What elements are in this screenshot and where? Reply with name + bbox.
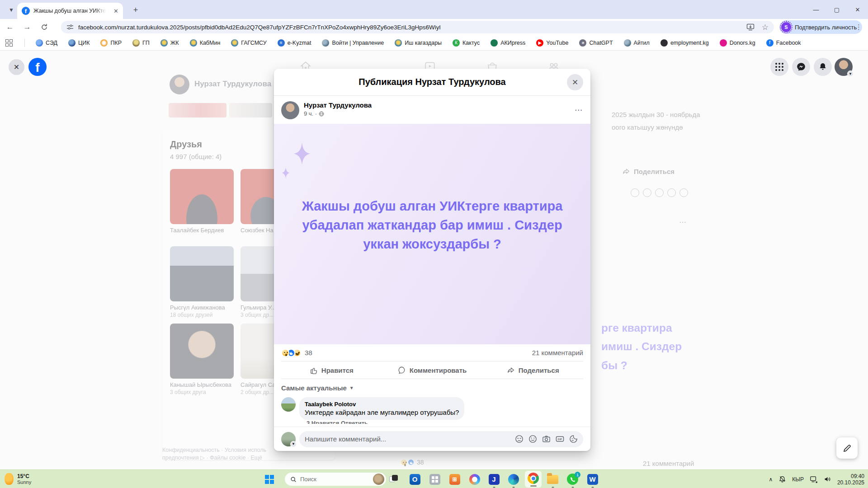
file-explorer-app-icon[interactable] <box>547 473 559 485</box>
footer-line[interactable]: Конфиденциальность · Условия исполь <box>162 446 266 454</box>
friend-name[interactable]: Таалайбек Бердиев <box>170 227 234 234</box>
browser-tab[interactable]: f Жакшы добуш алган УИКтерге ✕ <box>17 3 123 19</box>
language-indicator[interactable]: КЫР <box>792 476 804 483</box>
weather-widget[interactable]: 15°C Sunny <box>5 473 31 485</box>
tab-close-icon[interactable]: ✕ <box>113 8 118 14</box>
bookmark-item[interactable]: ∗ ChatGPT <box>579 39 613 47</box>
close-overlay-button[interactable]: ✕ <box>9 59 24 75</box>
bg-post-menu-icon[interactable]: ⋯ <box>679 218 687 226</box>
post-time[interactable]: 9 ч. · <box>304 110 317 117</box>
maximize-button[interactable]: ▢ <box>826 0 847 19</box>
tray-clock[interactable]: 09:40 20.10.2025 <box>837 473 864 486</box>
like-button[interactable]: Нравится <box>281 361 382 379</box>
taskbar-search[interactable] <box>285 473 386 486</box>
back-button[interactable]: ← <box>3 20 17 34</box>
whatsapp-app-icon[interactable]: 1 <box>566 473 579 485</box>
friend-card[interactable]: Рысгүл Акимжанова 18 общих друзей <box>170 246 234 318</box>
do-not-disturb-bell-icon[interactable] <box>778 475 786 483</box>
page-footer-links[interactable]: Конфиденциальность · Условия исполь пред… <box>162 446 266 462</box>
close-window-button[interactable]: ✕ <box>847 0 868 19</box>
friend-name[interactable]: Канышай Ырысбекова <box>170 381 234 388</box>
search-highlight-sloth-image[interactable] <box>373 474 384 485</box>
bookmark-item[interactable]: f Facebook <box>766 39 801 47</box>
verify-identity-button[interactable]: S Подтвердить личность <box>779 20 862 34</box>
commenter-avatar[interactable] <box>281 397 296 412</box>
tab-list-chevron-icon[interactable]: ▼ <box>5 4 17 16</box>
task-view-button[interactable] <box>389 475 398 483</box>
apps-grid-icon[interactable] <box>5 39 13 47</box>
speaker-icon[interactable] <box>824 475 831 483</box>
friend-photo[interactable] <box>170 246 234 301</box>
comments-sort-dropdown[interactable]: Самые актуальные ▼ <box>274 379 590 393</box>
reaction-count[interactable]: 38 <box>305 349 312 357</box>
gif-icon[interactable]: GIF <box>556 435 564 443</box>
store-app-icon[interactable]: ⊞ <box>448 473 461 485</box>
bookmark-item[interactable]: ≡ e-Kyzmat <box>278 39 311 47</box>
bookmark-item[interactable]: СЭД <box>36 39 57 47</box>
bookmark-item[interactable]: Айтил <box>624 39 650 47</box>
bookmark-item[interactable]: ЦИК <box>68 39 90 47</box>
bookmark-item[interactable]: employment.kg <box>660 39 709 47</box>
search-input[interactable] <box>300 476 354 483</box>
bookmark-item[interactable]: Donors.kg <box>720 39 755 47</box>
bookmark-star-icon[interactable]: ☆ <box>762 23 769 32</box>
bookmark-item[interactable]: КабМин <box>190 39 221 47</box>
comment-input[interactable] <box>305 435 510 443</box>
composer-avatar[interactable]: ▼ <box>281 432 296 446</box>
friend-name[interactable]: Рысгүл Акимжанова <box>170 304 234 311</box>
bookmark-item[interactable]: ▶ YouTube <box>536 39 568 47</box>
avatar-sticker-icon[interactable] <box>515 435 524 443</box>
friend-photo[interactable] <box>170 324 234 379</box>
browser-menu-button[interactable]: ⋮ <box>854 22 864 33</box>
word-app-icon[interactable]: W <box>586 473 599 485</box>
calculator-app-icon[interactable] <box>429 473 441 485</box>
emoji-icon[interactable] <box>528 435 537 443</box>
site-settings-icon[interactable] <box>66 23 74 31</box>
journal-app-icon[interactable]: J <box>488 473 500 485</box>
camera-icon[interactable] <box>542 435 551 443</box>
bookmark-item[interactable]: ПКР <box>100 39 122 47</box>
post-menu-button[interactable]: ⋯ <box>575 105 583 115</box>
apps-menu-button[interactable] <box>770 58 788 76</box>
sticker-icon[interactable] <box>569 435 578 443</box>
bookmark-item[interactable]: К Кактус <box>453 39 480 47</box>
account-avatar-button[interactable]: ▼ <box>835 58 853 76</box>
comment-count[interactable]: 21 комментарий <box>532 349 583 357</box>
chrome-app-active-tile[interactable] <box>525 471 542 488</box>
footer-line[interactable]: предпочтения ▷ · Файлы cookie · Ещё <box>162 454 266 462</box>
friend-card[interactable]: Канышай Ырысбекова 3 общих друга <box>170 324 234 395</box>
bookmark-item[interactable]: ГАГСМСУ <box>231 39 266 47</box>
profile-mini-avatar[interactable] <box>170 75 189 94</box>
copilot-app-icon[interactable] <box>468 473 481 485</box>
tray-expand-chevron[interactable]: ∧ <box>769 476 773 483</box>
address-bar[interactable]: facebook.com/nurzat.turdukulova.2025/pos… <box>61 21 774 33</box>
share-button[interactable]: Поделиться <box>482 361 583 379</box>
bookmark-item[interactable]: ГП <box>132 39 150 47</box>
modal-close-button[interactable]: ✕ <box>567 74 583 90</box>
bg-share-button[interactable]: Поделиться <box>622 167 675 175</box>
reload-button[interactable] <box>37 20 52 34</box>
forward-button[interactable]: → <box>20 20 34 34</box>
wow-reaction-icon[interactable] <box>281 349 289 357</box>
composer-pill[interactable]: GIF <box>299 431 583 447</box>
compose-post-button[interactable] <box>836 437 858 459</box>
minimize-button[interactable]: — <box>806 0 826 19</box>
new-tab-button[interactable]: + <box>130 5 141 15</box>
edge-app-icon[interactable] <box>507 473 519 485</box>
start-button[interactable] <box>265 475 274 484</box>
friend-photo[interactable] <box>170 169 234 224</box>
author-name[interactable]: Нурзат Турдукулова <box>304 101 372 109</box>
bookmark-item[interactable]: Войти | Управление <box>322 39 384 47</box>
messenger-button[interactable] <box>792 58 810 76</box>
friend-card[interactable]: Таалайбек Бердиев <box>170 169 234 241</box>
author-avatar[interactable] <box>281 101 299 119</box>
comment-bubble[interactable]: Taalaybek Polotov Уиктерде кайрадан эле … <box>299 397 464 420</box>
bookmark-item[interactable]: ЖК <box>160 39 179 47</box>
notifications-button[interactable] <box>814 58 832 76</box>
install-app-icon[interactable] <box>746 23 755 31</box>
cast-screen-icon[interactable] <box>810 476 818 483</box>
bookmark-item[interactable]: Иш кагаздары <box>395 39 442 47</box>
outlook-app-icon[interactable]: O <box>409 473 421 485</box>
bookmark-item[interactable]: АКИpress <box>491 39 525 47</box>
commenter-name[interactable]: Taalaybek Polotov <box>305 401 459 408</box>
